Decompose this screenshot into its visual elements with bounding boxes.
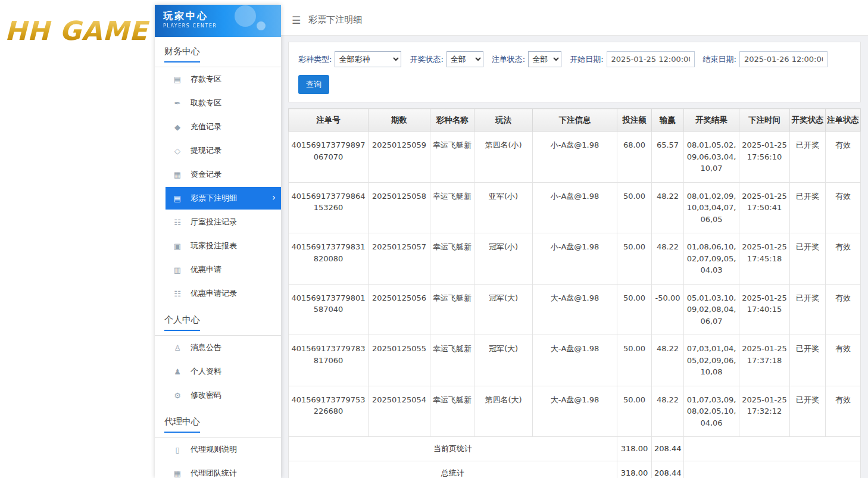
recharge-records-icon: ◆ bbox=[173, 123, 182, 132]
logo-area: HH GAME bbox=[0, 0, 155, 478]
table-cell: 20250125054 bbox=[369, 386, 430, 437]
sidebar-section-title-agent: 代理中心 bbox=[155, 407, 281, 433]
table-cell: 48.22 bbox=[652, 182, 684, 233]
player-bet-report-icon: ▣ bbox=[173, 242, 182, 251]
order-status-select[interactable]: 全部 bbox=[528, 51, 561, 67]
table-cell: 48.22 bbox=[652, 233, 684, 285]
table-cell: 2025-01-25 17:56:10 bbox=[739, 132, 790, 183]
table-cell: 已开奖 bbox=[790, 335, 826, 386]
table-cell: 幸运飞艇新 bbox=[430, 386, 474, 437]
query-button[interactable]: 查询 bbox=[298, 75, 329, 94]
table-cell: 大-A盘@1.98 bbox=[533, 386, 617, 437]
table-row: 40156917377989706707020250125059幸运飞艇新第四名… bbox=[289, 132, 861, 183]
sidebar-item-lottery-bet-details[interactable]: ▤彩票下注明细› bbox=[166, 187, 281, 210]
sidebar-nav: 财务中心▤存款专区✒取款专区◆充值记录◇提现记录▦资金记录▤彩票下注明细›☷厅室… bbox=[155, 37, 281, 478]
table-cell: 有效 bbox=[826, 335, 861, 386]
table-cell: 20250125057 bbox=[369, 233, 430, 285]
sidebar-item-withdraw-zone[interactable]: ✒取款专区 bbox=[155, 91, 281, 115]
table-row: 40156917377980158704020250125056幸运飞艇新冠军(… bbox=[289, 284, 861, 335]
table-cell: 20250125058 bbox=[369, 182, 430, 233]
table-cell: 已开奖 bbox=[790, 386, 826, 437]
lottery-type-select[interactable]: 全部彩种 bbox=[335, 51, 401, 67]
table-cell: 07,03,01,04,05,02,09,06,10,08 bbox=[684, 335, 739, 386]
sidebar-item-label: 优惠申请记录 bbox=[191, 288, 237, 299]
withdraw-zone-icon: ✒ bbox=[173, 99, 182, 108]
sidebar-item-label: 资金记录 bbox=[191, 169, 221, 180]
sidebar-item-agent-team-stats[interactable]: ▦代理团队统计 bbox=[155, 461, 281, 478]
table-cell: 401569173779897067070 bbox=[289, 132, 369, 183]
sidebar-item-label: 玩家投注报表 bbox=[191, 240, 237, 251]
lottery-bet-details-icon: ▤ bbox=[173, 194, 182, 203]
table-cell: 01,07,03,09,08,02,05,10,04,06 bbox=[684, 386, 739, 437]
page: HH GAME 玩家中心 PLAYERS CENTER 财务中心▤存款专区✒取款… bbox=[0, 0, 868, 478]
page-summary-label: 当前页统计 bbox=[289, 437, 617, 461]
total-summary-empty bbox=[684, 461, 861, 478]
decor-bubble-icon bbox=[235, 5, 256, 27]
sidebar-item-label: 存款专区 bbox=[191, 74, 221, 85]
table-cell: 401569173779783817060 bbox=[289, 335, 369, 386]
table-row: 40156917377978381706020250125055幸运飞艇新冠军(… bbox=[289, 335, 861, 386]
messages-icon: ♙ bbox=[173, 343, 182, 352]
table-cell: 50.00 bbox=[617, 284, 652, 335]
table-row: 40156917377983182008020250125057幸运飞艇新冠军(… bbox=[289, 233, 861, 285]
table-cell: 幸运飞艇新 bbox=[430, 233, 474, 285]
decor-bubble-icon bbox=[257, 21, 266, 30]
page-summary-winloss-total: 208.44 bbox=[652, 437, 684, 461]
column-header: 输赢 bbox=[652, 109, 684, 132]
table-cell: 幸运飞艇新 bbox=[430, 182, 474, 233]
table-cell: 68.00 bbox=[617, 132, 652, 183]
sidebar-item-player-bet-report[interactable]: ▣玩家投注报表 bbox=[155, 234, 281, 258]
column-header: 下注时间 bbox=[739, 109, 790, 132]
table-cell: 已开奖 bbox=[790, 284, 826, 335]
agent-team-stats-icon: ▦ bbox=[173, 469, 182, 478]
table-cell: 亚军(小) bbox=[474, 182, 533, 233]
table-cell: 已开奖 bbox=[790, 233, 826, 285]
table-cell: 05,01,03,10,09,02,08,04,06,07 bbox=[684, 284, 739, 335]
column-header: 注单状态 bbox=[826, 109, 861, 132]
sidebar-item-promo-apply[interactable]: ▥优惠申请 bbox=[155, 258, 281, 282]
draw-status-select[interactable]: 全部 bbox=[447, 51, 483, 67]
table-cell: 第四名(大) bbox=[474, 386, 533, 437]
table-cell: 2025-01-25 17:45:18 bbox=[739, 233, 790, 285]
menu-toggle-icon[interactable]: ☰ bbox=[292, 14, 301, 26]
page-summary-bet-total: 318.00 bbox=[617, 437, 652, 461]
sidebar-item-hall-bet-records[interactable]: ☷厅室投注记录 bbox=[155, 210, 281, 234]
table-row: 40156917377975322668020250125054幸运飞艇新第四名… bbox=[289, 386, 861, 437]
content: 彩种类型: 全部彩种 开奖状态: 全部 注单状态: 全部 开始日期: 结束日期: bbox=[281, 36, 868, 478]
column-header: 下注信息 bbox=[533, 109, 617, 132]
deposit-zone-icon: ▤ bbox=[173, 75, 182, 84]
table-cell: 50.00 bbox=[617, 335, 652, 386]
sidebar-item-agent-rules[interactable]: ▯代理规则说明 bbox=[155, 438, 281, 461]
sidebar-item-recharge-records[interactable]: ◆充值记录 bbox=[155, 115, 281, 139]
column-header: 期数 bbox=[369, 109, 430, 132]
promo-apply-icon: ▥ bbox=[173, 265, 182, 274]
start-date-input[interactable] bbox=[607, 51, 695, 67]
sidebar-item-withdrawal-records[interactable]: ◇提现记录 bbox=[155, 139, 281, 163]
hall-bet-records-icon: ☷ bbox=[173, 218, 182, 227]
sidebar-item-messages[interactable]: ♙消息公告 bbox=[155, 336, 281, 360]
sidebar-item-profile[interactable]: ♟个人资料 bbox=[155, 360, 281, 383]
sidebar-item-promo-apply-records[interactable]: ☷优惠申请记录 bbox=[155, 282, 281, 305]
sidebar-section-title-personal: 个人中心 bbox=[155, 305, 281, 331]
column-header: 开奖状态 bbox=[790, 109, 826, 132]
sidebar-item-deposit-zone[interactable]: ▤存款专区 bbox=[155, 67, 281, 91]
draw-status-label: 开奖状态: bbox=[410, 54, 443, 65]
table-cell: 有效 bbox=[826, 386, 861, 437]
table-cell: 65.57 bbox=[652, 132, 684, 183]
sidebar-item-change-password[interactable]: ⚙修改密码 bbox=[155, 383, 281, 407]
change-password-icon: ⚙ bbox=[173, 391, 182, 400]
table-cell: 01,08,06,10,02,07,09,05,04,03 bbox=[684, 233, 739, 285]
start-date-label: 开始日期: bbox=[570, 54, 603, 65]
table-cell: 有效 bbox=[826, 182, 861, 233]
end-date-input[interactable] bbox=[739, 51, 828, 67]
table-cell: 已开奖 bbox=[790, 132, 826, 183]
page-title: 彩票下注明细 bbox=[308, 14, 362, 26]
order-status-label: 注单状态: bbox=[492, 54, 525, 65]
table-cell: 50.00 bbox=[617, 182, 652, 233]
page-summary-row: 当前页统计 318.00 208.44 bbox=[289, 437, 861, 461]
table-cell: 有效 bbox=[826, 233, 861, 285]
table-cell: 08,01,02,09,10,03,04,07,06,05 bbox=[684, 182, 739, 233]
sidebar-item-fund-records[interactable]: ▦资金记录 bbox=[155, 163, 281, 186]
table-row: 40156917377986415326020250125058幸运飞艇新亚军(… bbox=[289, 182, 861, 233]
table-cell: 已开奖 bbox=[790, 182, 826, 233]
